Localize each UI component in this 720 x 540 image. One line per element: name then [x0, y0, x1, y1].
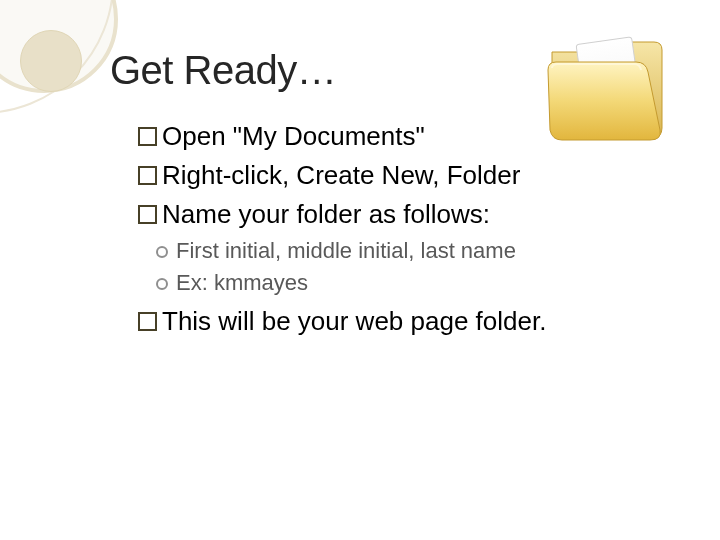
circle-bullet-icon	[156, 278, 168, 290]
sub-bullet-item: First initial, middle initial, last name	[156, 236, 670, 266]
bullet-text: Open "My Documents"	[162, 121, 425, 151]
sub-bullet-item: Ex: kmmayes	[156, 268, 670, 298]
bullet-item: This will be your web page folder.	[138, 304, 670, 339]
bullet-list: Open "My Documents" Right-click, Create …	[138, 119, 670, 339]
bullet-text: Name your folder as follows:	[162, 199, 490, 229]
square-bullet-icon	[138, 312, 157, 331]
square-bullet-icon	[138, 127, 157, 146]
sub-bullet-text: First initial, middle initial, last name	[176, 238, 516, 263]
square-bullet-icon	[138, 166, 157, 185]
slide-content: Get Ready…	[0, 0, 720, 540]
bullet-item: Name your folder as follows:	[138, 197, 670, 232]
open-folder-icon	[542, 30, 672, 150]
bullet-item: Right-click, Create New, Folder	[138, 158, 670, 193]
bullet-text: Right-click, Create New, Folder	[162, 160, 520, 190]
sub-bullet-text: Ex: kmmayes	[176, 270, 308, 295]
circle-bullet-icon	[156, 246, 168, 258]
bullet-text: This will be your web page folder.	[162, 306, 546, 336]
square-bullet-icon	[138, 205, 157, 224]
